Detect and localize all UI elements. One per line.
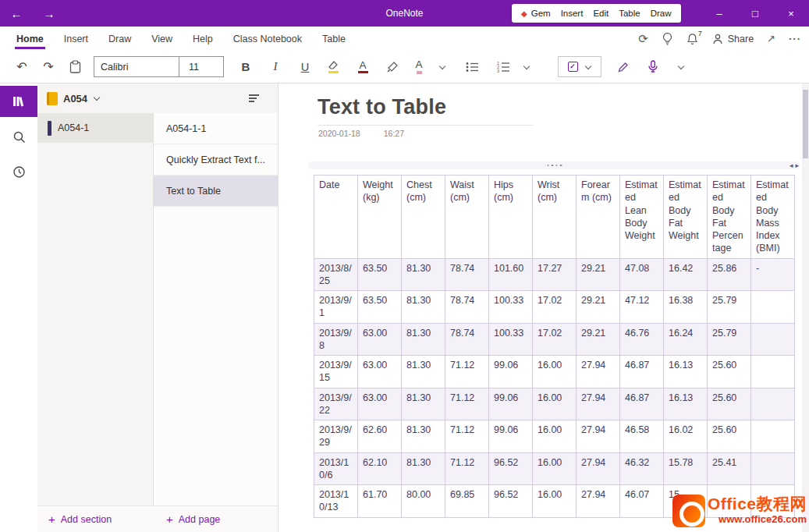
undo-button[interactable]: ↶	[12, 56, 31, 78]
table-cell[interactable]: 96.52	[489, 485, 533, 518]
table-header-cell[interactable]: Wrist (cm)	[533, 176, 577, 259]
table-cell[interactable]: 46.07	[620, 485, 664, 518]
table-cell[interactable]: 17.27	[533, 258, 577, 291]
table-cell[interactable]: 27.94	[577, 485, 620, 518]
notifications-button[interactable]: 7	[687, 33, 698, 45]
gem-menu-insert[interactable]: Insert	[561, 9, 584, 18]
full-screen-button[interactable]: ↗	[767, 33, 775, 44]
table-cell[interactable]: 25.79	[708, 291, 751, 324]
table-header-cell[interactable]: Hips (cm)	[489, 176, 533, 259]
table-cell[interactable]: 16.24	[664, 323, 708, 356]
table-cell[interactable]: 46.32	[620, 452, 664, 485]
table-cell[interactable]: 2013/10/13	[314, 485, 358, 518]
font-color-button[interactable]: A	[353, 56, 372, 78]
table-cell[interactable]: 16.00	[533, 388, 577, 420]
table-cell[interactable]: 25.60	[708, 420, 751, 453]
forward-button[interactable]: →	[33, 7, 66, 20]
vertical-scrollbar[interactable]	[802, 83, 809, 532]
clear-formatting-button[interactable]: A	[410, 56, 428, 78]
table-cell[interactable]: 2013/10/6	[314, 452, 358, 485]
ink-button[interactable]	[614, 56, 633, 78]
vertical-scrollbar-thumb[interactable]	[803, 90, 808, 158]
table-cell[interactable]: 81.30	[402, 323, 445, 356]
add-section-button[interactable]: + Add section	[37, 513, 153, 525]
table-cell[interactable]: 63.00	[358, 356, 402, 388]
table-cell[interactable]: 81.30	[402, 291, 445, 324]
font-family-select[interactable]: Calibri	[94, 62, 179, 73]
table-cell[interactable]: 16.42	[664, 258, 708, 291]
table-cell[interactable]: 27.94	[577, 452, 620, 485]
table-cell[interactable]: 29.21	[577, 291, 620, 324]
scrollbar-drag-handle[interactable]	[547, 165, 562, 167]
table-cell[interactable]: 61.70	[358, 485, 402, 518]
table-cell[interactable]: 78.74	[445, 258, 489, 291]
table-cell[interactable]: 2013/8/25	[314, 258, 358, 291]
table-header-cell[interactable]: Forearm (cm)	[577, 176, 620, 259]
table-cell[interactable]: 27.94	[577, 356, 620, 388]
back-button[interactable]: ←	[0, 7, 33, 20]
table-cell[interactable]: 16.02	[664, 420, 708, 453]
tab-help[interactable]: Help	[183, 27, 223, 51]
gem-menu-table[interactable]: Table	[619, 9, 640, 18]
page-item[interactable]: A054-1-1	[154, 113, 278, 144]
table-cell[interactable]: 17.02	[533, 323, 577, 356]
tab-home[interactable]: Home	[6, 27, 54, 51]
table-cell[interactable]: 46.87	[620, 356, 664, 388]
scroll-right-arrow-icon[interactable]: ▸	[795, 161, 799, 169]
table-cell[interactable]: 29.21	[577, 323, 620, 356]
tab-draw[interactable]: Draw	[98, 27, 141, 51]
table-cell[interactable]: 16.00	[533, 420, 577, 453]
table-header-cell[interactable]: Estimated Lean Body Weight	[620, 176, 664, 259]
table-cell[interactable]: 71.12	[445, 388, 489, 420]
more-options-button[interactable]: ···	[789, 33, 801, 44]
table-cell[interactable]: 81.30	[402, 258, 445, 291]
table-cell[interactable]	[751, 356, 795, 388]
table-cell[interactable]: 2013/9/15	[314, 356, 358, 388]
table-header-cell[interactable]: Estimated Body Fat Percentage	[708, 176, 751, 259]
page-item[interactable]: Text to Table	[154, 176, 278, 207]
table-cell[interactable]: 81.30	[402, 452, 445, 485]
gem-menu-edit[interactable]: Edit	[593, 9, 609, 18]
format-painter-button[interactable]	[383, 56, 402, 78]
table-cell[interactable]: 16.38	[664, 291, 708, 324]
table-cell[interactable]	[751, 388, 795, 420]
table-cell[interactable]: 81.30	[402, 388, 445, 420]
table-cell[interactable]: 80.00	[402, 485, 445, 518]
dictate-options-chevron[interactable]	[672, 56, 690, 78]
table-cell[interactable]: 2013/9/8	[314, 323, 358, 356]
table-cell[interactable]: 2013/9/22	[314, 388, 358, 420]
highlight-button[interactable]	[324, 56, 342, 78]
table-cell[interactable]: 16.13	[664, 388, 708, 420]
table-header-cell[interactable]: Estimated Body Fat Weight	[664, 176, 708, 259]
table-cell[interactable]: 99.06	[489, 420, 533, 453]
table-cell[interactable]: 25.86	[708, 258, 751, 291]
table-cell[interactable]: 62.10	[358, 452, 402, 485]
table-cell[interactable]: 63.50	[358, 291, 402, 324]
table-cell[interactable]: 69.85	[445, 485, 489, 518]
page-item[interactable]: Quickly Extract Text f...	[154, 144, 278, 176]
table-cell[interactable]	[751, 291, 795, 324]
tab-class-notebook[interactable]: Class Notebook	[223, 27, 312, 51]
notebook-switcher[interactable]: A054	[63, 93, 87, 105]
table-cell[interactable]: 46.87	[620, 388, 664, 420]
table-cell[interactable]: 17.02	[533, 291, 577, 324]
table-header-cell[interactable]: Estimated Body Mass Index (BMI)	[751, 176, 795, 259]
table-cell[interactable]: 78.74	[445, 323, 489, 356]
table-cell[interactable]: 78.74	[445, 291, 489, 324]
table-cell[interactable]: 81.30	[402, 420, 445, 453]
bullets-button[interactable]	[463, 56, 481, 78]
page-title[interactable]: Text to Table	[318, 95, 446, 119]
table-cell[interactable]: 47.12	[620, 291, 664, 324]
more-font-options-button[interactable]	[433, 56, 452, 78]
table-cell[interactable]: 25.79	[708, 323, 751, 356]
list-options-chevron[interactable]	[517, 56, 536, 78]
italic-button[interactable]: I	[266, 56, 285, 78]
tab-table[interactable]: Table	[312, 27, 356, 51]
table-cell[interactable]: 100.33	[489, 291, 533, 324]
table-cell[interactable]	[751, 420, 795, 453]
table-header-cell[interactable]: Chest (cm)	[402, 176, 445, 259]
notebooks-nav-button[interactable]	[0, 86, 37, 117]
todo-tag-dropdown[interactable]: ✓	[558, 56, 601, 77]
table-cell[interactable]: 81.30	[402, 356, 445, 388]
recent-notes-button[interactable]	[0, 156, 37, 187]
